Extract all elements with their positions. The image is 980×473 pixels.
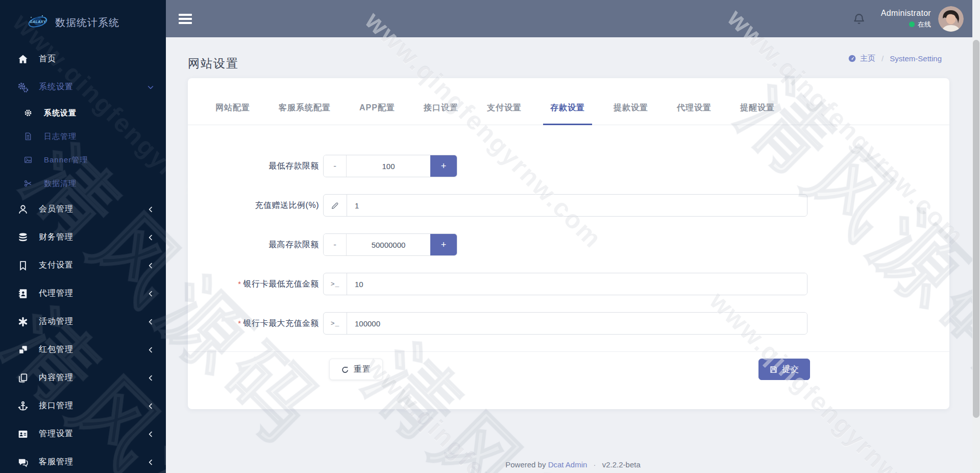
terminal-icon: >_ [324, 273, 347, 295]
app-title: 数据统计系统 [55, 16, 119, 30]
sidebar: GALAXY 数据统计系统 首页 系统设置 系统设置 日志管理 Banner管理 [0, 0, 166, 473]
bankcard-max-input[interactable] [347, 313, 807, 334]
submit-label: 提交 [782, 364, 799, 375]
sidebar-item-home[interactable]: 首页 [0, 45, 166, 73]
sidebar-subitem-label: 数据清理 [44, 179, 77, 188]
stepper-plus-button[interactable]: + [430, 155, 457, 177]
scissors-icon [23, 179, 33, 188]
sidebar-subitem-banner-management[interactable]: Banner管理 [0, 148, 166, 172]
bankcard-max-group: >_ [323, 312, 807, 335]
sidebar-item-member-management[interactable]: 会员管理 [0, 195, 166, 223]
min-deposit-input[interactable] [347, 155, 430, 177]
required-asterisk: * [238, 319, 241, 327]
reset-icon [341, 365, 350, 374]
footer-separator: · [594, 460, 596, 469]
breadcrumb-home-link[interactable]: 主页 [860, 54, 875, 63]
tab-site-config[interactable]: 网站配置 [208, 103, 257, 125]
field-label: 充值赠送比例(%) [188, 200, 319, 211]
divider [188, 351, 949, 352]
dcat-admin-link[interactable]: Dcat Admin [548, 460, 587, 469]
scrollbar-track[interactable] [972, 0, 980, 473]
sidebar-item-label: 内容管理 [39, 372, 74, 383]
bookmark-icon [17, 260, 29, 271]
form-row-bankcard-min: *银行卡最低充值金额 >_ [188, 273, 949, 295]
sidebar-item-redpacket-management[interactable]: 红包管理 [0, 336, 166, 364]
bankcard-min-input[interactable] [347, 273, 807, 295]
bonus-ratio-input[interactable] [347, 195, 807, 216]
sidebar-item-label: 支付设置 [39, 260, 74, 271]
cog-icon [23, 108, 33, 117]
avatar[interactable] [938, 6, 964, 32]
breadcrumb: 主页 / System-Setting [848, 54, 942, 63]
max-deposit-input[interactable] [347, 234, 430, 255]
chevron-left-icon [146, 205, 155, 214]
sidebar-item-admin-settings[interactable]: 管理设置 [0, 420, 166, 448]
breadcrumb-current: System-Setting [890, 54, 942, 63]
tab-agent-settings[interactable]: 代理设置 [670, 103, 719, 125]
chevron-left-icon [146, 374, 155, 382]
sidebar-item-label: 首页 [39, 54, 56, 64]
chevron-left-icon [146, 290, 155, 298]
brand[interactable]: GALAXY 数据统计系统 [0, 0, 166, 45]
submit-button[interactable]: 提交 [758, 359, 810, 380]
cubes-icon [17, 344, 29, 356]
online-status-label: 在线 [918, 20, 931, 29]
address-book-icon [17, 288, 29, 299]
notifications-bell-icon[interactable] [852, 12, 866, 26]
sidebar-item-interface-management[interactable]: 接口管理 [0, 392, 166, 420]
stepper-minus-button[interactable]: - [324, 155, 347, 177]
sidebar-item-label: 接口管理 [39, 400, 74, 411]
sidebar-subitem-log-management[interactable]: 日志管理 [0, 125, 166, 148]
brand-logo-text: GALAXY [30, 20, 46, 23]
form-row-bankcard-max: *银行卡最大充值金额 >_ [188, 312, 949, 335]
sidebar-item-system-settings[interactable]: 系统设置 [0, 73, 166, 101]
copy-icon [17, 372, 29, 384]
reset-button[interactable]: 重置 [329, 359, 383, 380]
database-icon [17, 232, 29, 243]
chevron-left-icon [146, 262, 155, 270]
sidebar-subitem-label: 系统设置 [44, 108, 77, 118]
chevron-left-icon [146, 233, 155, 242]
galaxy-logo-icon: GALAXY [27, 14, 49, 31]
topbar: Administrator 在线 [166, 0, 980, 37]
username: Administrator [881, 9, 931, 18]
tab-payment-settings[interactable]: 支付设置 [480, 103, 529, 125]
sidebar-item-label: 会员管理 [39, 204, 74, 215]
sidebar-item-content-management[interactable]: 内容管理 [0, 364, 166, 392]
scrollbar-thumb[interactable] [973, 40, 979, 418]
tab-withdrawal-settings[interactable]: 提款设置 [606, 103, 655, 125]
sidebar-subitem-data-cleanup[interactable]: 数据清理 [0, 172, 166, 195]
stepper-minus-button[interactable]: - [324, 234, 347, 255]
tab-deposit-settings[interactable]: 存款设置 [543, 103, 592, 125]
sidebar-item-label: 代理管理 [39, 288, 74, 299]
sidebar-item-agent-management[interactable]: 代理管理 [0, 279, 166, 308]
sidebar-item-finance-management[interactable]: 财务管理 [0, 223, 166, 251]
sidebar-menu: 首页 系统设置 系统设置 日志管理 Banner管理 数据清理 会员管理 [0, 45, 166, 473]
required-asterisk: * [238, 279, 241, 288]
user-menu[interactable]: Administrator 在线 [881, 9, 931, 29]
version-text: v2.2.2-beta [602, 460, 641, 469]
sidebar-subitem-system-settings[interactable]: 系统设置 [0, 101, 166, 125]
tab-app-config[interactable]: APP配置 [352, 103, 402, 125]
stepper-plus-button[interactable]: + [430, 234, 457, 255]
sidebar-item-activity-management[interactable]: 活动管理 [0, 308, 166, 336]
settings-card: 网站配置 客服系统配置 APP配置 接口设置 支付设置 存款设置 提款设置 代理… [188, 78, 949, 409]
chevron-left-icon [146, 346, 155, 354]
save-icon [769, 365, 778, 374]
chevron-left-icon [146, 430, 155, 438]
sidebar-item-label: 活动管理 [39, 316, 74, 327]
online-status-dot [909, 21, 915, 27]
field-label: 最高存款限额 [188, 240, 319, 250]
tab-interface-settings[interactable]: 接口设置 [416, 103, 465, 125]
sidebar-item-payment-settings[interactable]: 支付设置 [0, 251, 166, 279]
tab-reminder-settings[interactable]: 提醒设置 [733, 103, 782, 125]
menu-toggle-button[interactable] [179, 14, 192, 24]
sidebar-subitem-label: Banner管理 [44, 155, 88, 165]
field-label: 银行卡最低充值金额 [243, 279, 320, 288]
powered-by-text: Powered by [505, 460, 546, 469]
sidebar-item-customer-service[interactable]: 客服管理 [0, 448, 166, 473]
tab-customer-service-config[interactable]: 客服系统配置 [272, 103, 338, 125]
max-deposit-stepper: - + [323, 233, 457, 256]
sidebar-item-label: 系统设置 [39, 82, 74, 92]
form-row-bonus-ratio: 充值赠送比例(%) [188, 194, 949, 217]
